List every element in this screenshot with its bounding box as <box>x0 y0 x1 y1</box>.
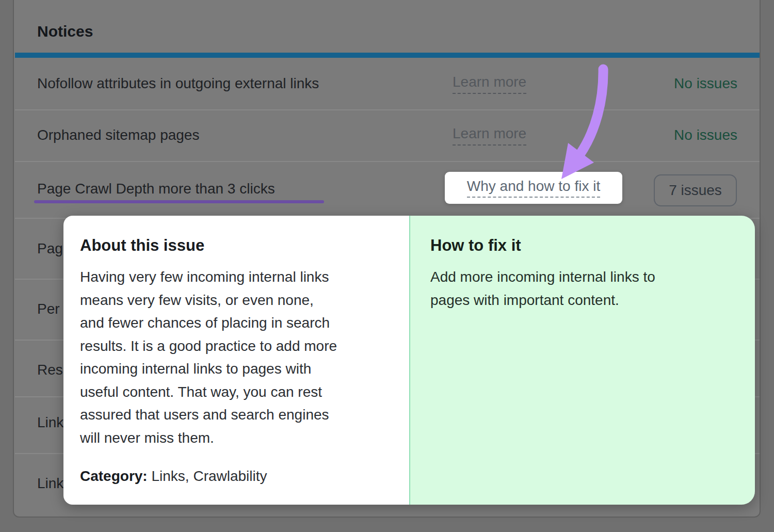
table-row: Page Crawl Depth more than 3 clicks <box>14 162 762 216</box>
status-badge: No issues <box>674 75 737 92</box>
issue-name: Link <box>37 475 63 492</box>
table-row: Orphaned sitemap pages Learn more No iss… <box>14 110 762 160</box>
card-title: Notices <box>37 23 93 40</box>
annotation-underline <box>34 200 324 203</box>
issue-name: Res <box>37 362 63 378</box>
why-how-to-fix-link[interactable]: Why and how to fix it <box>445 172 622 204</box>
fix-title: How to fix it <box>430 236 736 255</box>
issue-name: Link <box>37 414 63 431</box>
why-how-to-fix-label: Why and how to fix it <box>467 178 600 198</box>
issue-details-popup: About this issue Having very few incomin… <box>63 216 755 505</box>
about-title: About this issue <box>80 236 394 255</box>
table-row: Nofollow attributes in outgoing external… <box>14 59 762 108</box>
how-to-fix-panel: How to fix it Add more incoming internal… <box>409 216 755 505</box>
about-body: Having very few incoming internal links … <box>80 266 394 449</box>
issue-name: Per <box>37 301 60 317</box>
issue-name: Nofollow attributes in outgoing external… <box>37 75 319 92</box>
category-label: Category: <box>80 468 148 484</box>
about-this-issue-panel: About this issue Having very few incomin… <box>63 216 409 505</box>
notices-accent-bar <box>15 53 760 58</box>
issue-name: Pag <box>37 240 63 257</box>
status-badge: No issues <box>674 127 737 143</box>
issues-count-button[interactable]: 7 issues <box>654 174 737 206</box>
site-audit-notices-screen: { "colors": { "page_bg": "#707070", "car… <box>0 0 774 532</box>
category-line: Category: Links, Crawlability <box>80 468 394 485</box>
learn-more-link[interactable]: Learn more <box>453 125 526 146</box>
learn-more-link[interactable]: Learn more <box>453 74 526 94</box>
issue-name: Orphaned sitemap pages <box>37 127 199 143</box>
fix-body: Add more incoming internal links to page… <box>430 266 736 312</box>
issue-name: Page Crawl Depth more than 3 clicks <box>37 181 275 197</box>
category-value: Links, Crawlability <box>151 468 267 484</box>
